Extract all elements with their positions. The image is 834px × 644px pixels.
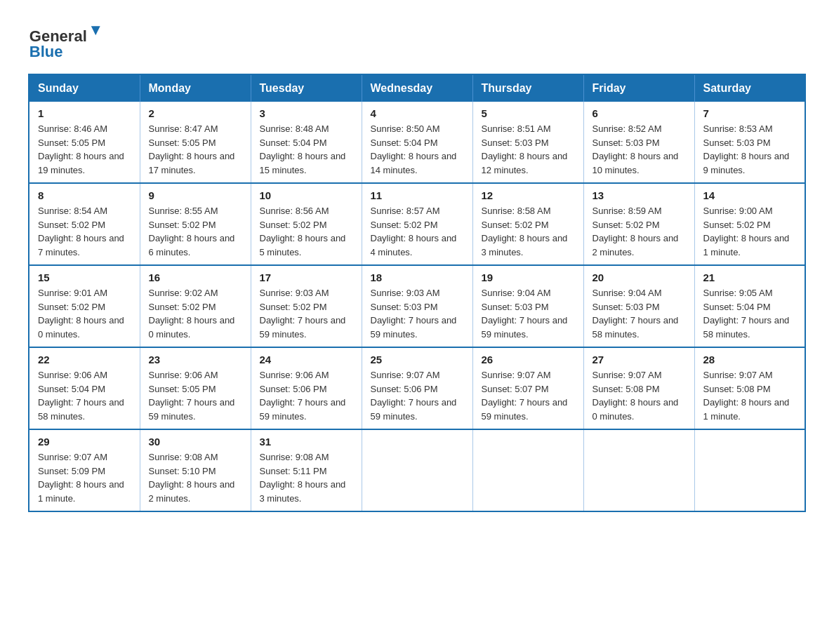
weekday-header-cell: Friday	[583, 74, 694, 102]
calendar-day-cell: 4 Sunrise: 8:50 AMSunset: 5:04 PMDayligh…	[362, 102, 472, 183]
calendar-day-cell: 5 Sunrise: 8:51 AMSunset: 5:03 PMDayligh…	[472, 102, 583, 183]
calendar-day-cell: 14 Sunrise: 9:00 AMSunset: 5:02 PMDaylig…	[694, 183, 805, 265]
calendar-week-row: 29 Sunrise: 9:07 AMSunset: 5:09 PMDaylig…	[29, 429, 805, 511]
day-number: 10	[260, 189, 353, 201]
svg-marker-1	[91, 26, 100, 35]
day-number: 22	[38, 354, 131, 365]
page-header: General Blue	[28, 21, 806, 60]
weekday-header-row: SundayMondayTuesdayWednesdayThursdayFrid…	[29, 74, 805, 102]
day-number: 4	[371, 107, 464, 119]
day-number: 16	[149, 271, 242, 283]
day-info: Sunrise: 8:59 AMSunset: 5:02 PMDaylight:…	[593, 206, 679, 257]
calendar-day-cell: 22 Sunrise: 9:06 AMSunset: 5:04 PMDaylig…	[29, 347, 140, 429]
calendar-week-row: 8 Sunrise: 8:54 AMSunset: 5:02 PMDayligh…	[29, 183, 805, 265]
calendar-table: SundayMondayTuesdayWednesdayThursdayFrid…	[28, 74, 806, 512]
logo-svg: General Blue	[28, 21, 105, 60]
weekday-header-cell: Monday	[140, 74, 251, 102]
day-info: Sunrise: 9:07 AMSunset: 5:08 PMDaylight:…	[593, 370, 679, 422]
calendar-day-cell: 30 Sunrise: 9:08 AMSunset: 5:10 PMDaylig…	[140, 429, 251, 511]
calendar-day-cell	[694, 429, 805, 511]
day-info: Sunrise: 8:54 AMSunset: 5:02 PMDaylight:…	[38, 206, 124, 257]
day-number: 2	[149, 107, 242, 119]
calendar-day-cell: 16 Sunrise: 9:02 AMSunset: 5:02 PMDaylig…	[140, 265, 251, 347]
day-number: 18	[371, 271, 464, 283]
day-number: 26	[482, 354, 575, 365]
calendar-day-cell: 15 Sunrise: 9:01 AMSunset: 5:02 PMDaylig…	[29, 265, 140, 347]
calendar-day-cell: 21 Sunrise: 9:05 AMSunset: 5:04 PMDaylig…	[694, 265, 805, 347]
calendar-day-cell: 17 Sunrise: 9:03 AMSunset: 5:02 PMDaylig…	[251, 265, 362, 347]
day-number: 8	[38, 189, 131, 201]
calendar-week-row: 1 Sunrise: 8:46 AMSunset: 5:05 PMDayligh…	[29, 102, 805, 183]
day-info: Sunrise: 8:51 AMSunset: 5:03 PMDaylight:…	[482, 123, 568, 175]
day-number: 30	[149, 436, 242, 448]
day-number: 15	[38, 271, 131, 283]
day-number: 23	[149, 354, 242, 365]
day-number: 7	[703, 107, 797, 119]
day-number: 19	[482, 271, 575, 283]
day-info: Sunrise: 9:05 AMSunset: 5:04 PMDaylight:…	[703, 288, 790, 340]
day-info: Sunrise: 9:04 AMSunset: 5:03 PMDaylight:…	[482, 288, 568, 340]
calendar-day-cell: 1 Sunrise: 8:46 AMSunset: 5:05 PMDayligh…	[29, 102, 140, 183]
day-number: 12	[482, 189, 575, 201]
day-info: Sunrise: 8:58 AMSunset: 5:02 PMDaylight:…	[482, 206, 568, 257]
day-number: 21	[703, 271, 797, 283]
day-info: Sunrise: 9:00 AMSunset: 5:02 PMDaylight:…	[703, 206, 790, 257]
day-info: Sunrise: 9:07 AMSunset: 5:07 PMDaylight:…	[482, 370, 568, 422]
svg-text:Blue: Blue	[29, 43, 63, 60]
calendar-day-cell: 3 Sunrise: 8:48 AMSunset: 5:04 PMDayligh…	[251, 102, 362, 183]
day-info: Sunrise: 8:48 AMSunset: 5:04 PMDaylight:…	[260, 123, 346, 175]
calendar-day-cell: 9 Sunrise: 8:55 AMSunset: 5:02 PMDayligh…	[140, 183, 251, 265]
calendar-day-cell: 6 Sunrise: 8:52 AMSunset: 5:03 PMDayligh…	[583, 102, 694, 183]
day-number: 1	[38, 107, 131, 119]
day-info: Sunrise: 9:01 AMSunset: 5:02 PMDaylight:…	[38, 288, 124, 340]
calendar-day-cell: 28 Sunrise: 9:07 AMSunset: 5:08 PMDaylig…	[694, 347, 805, 429]
weekday-header-cell: Thursday	[472, 74, 583, 102]
calendar-day-cell: 29 Sunrise: 9:07 AMSunset: 5:09 PMDaylig…	[29, 429, 140, 511]
calendar-day-cell: 11 Sunrise: 8:57 AMSunset: 5:02 PMDaylig…	[362, 183, 472, 265]
day-info: Sunrise: 9:03 AMSunset: 5:03 PMDaylight:…	[371, 288, 457, 340]
day-info: Sunrise: 9:06 AMSunset: 5:05 PMDaylight:…	[149, 370, 235, 422]
calendar-day-cell: 20 Sunrise: 9:04 AMSunset: 5:03 PMDaylig…	[583, 265, 694, 347]
day-number: 17	[260, 271, 353, 283]
weekday-header-cell: Sunday	[29, 74, 140, 102]
day-info: Sunrise: 9:06 AMSunset: 5:04 PMDaylight:…	[38, 370, 124, 422]
day-info: Sunrise: 9:06 AMSunset: 5:06 PMDaylight:…	[260, 370, 346, 422]
calendar-day-cell: 27 Sunrise: 9:07 AMSunset: 5:08 PMDaylig…	[583, 347, 694, 429]
day-info: Sunrise: 9:02 AMSunset: 5:02 PMDaylight:…	[149, 288, 235, 340]
calendar-day-cell: 7 Sunrise: 8:53 AMSunset: 5:03 PMDayligh…	[694, 102, 805, 183]
calendar-week-row: 15 Sunrise: 9:01 AMSunset: 5:02 PMDaylig…	[29, 265, 805, 347]
day-number: 28	[703, 354, 797, 365]
calendar-day-cell	[472, 429, 583, 511]
day-info: Sunrise: 8:50 AMSunset: 5:04 PMDaylight:…	[371, 123, 457, 175]
day-info: Sunrise: 9:08 AMSunset: 5:10 PMDaylight:…	[149, 452, 235, 504]
calendar-day-cell: 12 Sunrise: 8:58 AMSunset: 5:02 PMDaylig…	[472, 183, 583, 265]
calendar-body: 1 Sunrise: 8:46 AMSunset: 5:05 PMDayligh…	[29, 102, 805, 511]
day-info: Sunrise: 9:07 AMSunset: 5:08 PMDaylight:…	[703, 370, 790, 422]
day-number: 3	[260, 107, 353, 119]
logo: General Blue	[28, 21, 105, 60]
day-number: 20	[593, 271, 686, 283]
day-number: 25	[371, 354, 464, 365]
day-info: Sunrise: 9:04 AMSunset: 5:03 PMDaylight:…	[593, 288, 679, 340]
day-number: 6	[593, 107, 686, 119]
day-info: Sunrise: 9:08 AMSunset: 5:11 PMDaylight:…	[260, 452, 346, 504]
day-info: Sunrise: 8:47 AMSunset: 5:05 PMDaylight:…	[149, 123, 235, 175]
day-info: Sunrise: 8:52 AMSunset: 5:03 PMDaylight:…	[593, 123, 679, 175]
day-number: 13	[593, 189, 686, 201]
day-info: Sunrise: 8:53 AMSunset: 5:03 PMDaylight:…	[703, 123, 790, 175]
day-number: 29	[38, 436, 131, 448]
weekday-header-cell: Wednesday	[362, 74, 472, 102]
calendar-day-cell: 24 Sunrise: 9:06 AMSunset: 5:06 PMDaylig…	[251, 347, 362, 429]
weekday-header-cell: Saturday	[694, 74, 805, 102]
calendar-day-cell	[583, 429, 694, 511]
day-number: 27	[593, 354, 686, 365]
calendar-day-cell: 13 Sunrise: 8:59 AMSunset: 5:02 PMDaylig…	[583, 183, 694, 265]
day-info: Sunrise: 9:03 AMSunset: 5:02 PMDaylight:…	[260, 288, 346, 340]
day-number: 5	[482, 107, 575, 119]
calendar-day-cell: 25 Sunrise: 9:07 AMSunset: 5:06 PMDaylig…	[362, 347, 472, 429]
calendar-day-cell: 26 Sunrise: 9:07 AMSunset: 5:07 PMDaylig…	[472, 347, 583, 429]
calendar-day-cell: 8 Sunrise: 8:54 AMSunset: 5:02 PMDayligh…	[29, 183, 140, 265]
calendar-day-cell: 19 Sunrise: 9:04 AMSunset: 5:03 PMDaylig…	[472, 265, 583, 347]
day-info: Sunrise: 8:46 AMSunset: 5:05 PMDaylight:…	[38, 123, 124, 175]
calendar-day-cell: 2 Sunrise: 8:47 AMSunset: 5:05 PMDayligh…	[140, 102, 251, 183]
